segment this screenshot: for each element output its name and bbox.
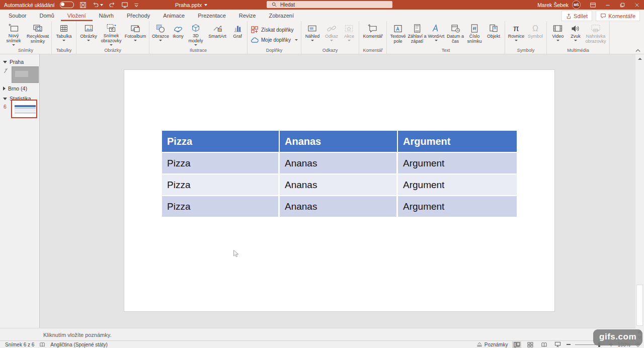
dropdown-chevron-icon — [311, 40, 314, 41]
proofing-icon[interactable] — [39, 342, 45, 347]
section-brno[interactable]: Brno (4) — [3, 85, 27, 92]
tab-prechody[interactable]: Přechody — [120, 10, 156, 21]
table-cell[interactable]: Ananas — [280, 173, 398, 195]
zoom-preview-button[interactable]: Náhled — [303, 21, 322, 45]
section-praha[interactable]: Praha — [3, 59, 24, 65]
scroll-up-button[interactable] — [635, 55, 644, 62]
minimize-button[interactable] — [600, 0, 615, 10]
mouse-cursor — [233, 249, 239, 258]
scrollbar-thumb[interactable] — [636, 285, 643, 326]
restore-button[interactable] — [615, 0, 629, 10]
shapes-button[interactable]: Obrazce — [151, 21, 170, 45]
table-header-cell[interactable]: Pizza — [162, 131, 280, 152]
language-indicator[interactable]: Angličtina (Spojené státy) — [50, 342, 107, 347]
autosave-toggle[interactable] — [60, 2, 74, 8]
normal-view-button[interactable] — [512, 341, 521, 348]
get-addins-button[interactable]: Získat doplňky — [249, 25, 295, 34]
reuse-slides-button[interactable]: Recyklovat snímky — [26, 21, 50, 45]
undo-dropdown-icon — [100, 4, 103, 6]
slide-thumbnail-praha[interactable] — [12, 66, 39, 83]
table-cell[interactable]: Argument — [398, 173, 517, 195]
my-addins-button[interactable]: Moje doplňky — [249, 36, 299, 44]
table-cell[interactable]: Argument — [398, 152, 517, 173]
table-cell[interactable]: Argument — [398, 195, 517, 217]
pictures-button[interactable]: Obrázky — [78, 21, 99, 45]
tab-soubor[interactable]: Soubor — [2, 10, 33, 21]
chart-button[interactable]: Graf — [229, 21, 246, 45]
table-cell[interactable]: Pizza — [162, 195, 280, 217]
table-header-cell[interactable]: Argument — [398, 131, 517, 152]
date-time-button[interactable]: Datum a čas — [446, 21, 465, 45]
dropdown-chevron-icon — [194, 44, 197, 46]
object-button[interactable]: Objekt — [484, 21, 503, 45]
header-footer-button[interactable]: Záhlaví a zápatí — [408, 21, 427, 45]
slide-number-button[interactable]: Číslo snímku — [465, 21, 484, 45]
group-label-text: Text — [388, 48, 503, 54]
video-button[interactable]: Video — [548, 21, 568, 45]
notes-toggle-button[interactable]: Poznámky — [476, 342, 508, 347]
tab-animace[interactable]: Animace — [156, 10, 191, 21]
audio-button[interactable]: Zvuk — [568, 21, 584, 45]
icons-button[interactable]: Ikony — [170, 21, 186, 45]
dropdown-chevron-icon — [110, 44, 113, 46]
undo-button[interactable] — [92, 2, 103, 8]
tab-domu[interactable]: Domů — [33, 10, 60, 21]
table-icon — [59, 23, 69, 34]
zoom-out-button[interactable] — [567, 344, 571, 345]
table-cell[interactable]: Ananas — [280, 152, 398, 173]
table-header-cell[interactable]: Ananas — [280, 131, 398, 152]
group-label-tables: Tabulky — [53, 48, 74, 54]
customize-qat-button[interactable] — [134, 3, 139, 8]
document-title[interactable]: Praha.pptx — [175, 2, 207, 8]
new-slide-button[interactable]: Nový snímek — [2, 21, 26, 45]
table-cell[interactable]: Pizza — [162, 152, 280, 173]
tab-prezentace[interactable]: Prezentace — [191, 10, 232, 21]
avatar[interactable]: MŠ — [572, 1, 581, 9]
table-cell[interactable]: Pizza — [162, 173, 280, 195]
redo-button[interactable] — [109, 2, 116, 8]
collapse-ribbon-button[interactable] — [635, 49, 640, 52]
share-button[interactable]: Sdílet — [561, 11, 592, 21]
tab-vlozeni[interactable]: Vložení — [61, 10, 93, 21]
slide-number-icon — [470, 23, 479, 34]
3d-models-button[interactable]: 3D modely — [186, 21, 205, 45]
new-comment-button[interactable]: Komentář — [361, 21, 385, 45]
equation-button[interactable]: π Rovnice — [507, 21, 526, 45]
comments-button[interactable]: Komentáře — [596, 11, 640, 21]
slide-thumbnail-6-selected[interactable] — [11, 100, 37, 118]
photo-album-button[interactable]: Fotoalbum — [123, 21, 147, 45]
wordart-button[interactable]: WordArt — [427, 21, 446, 45]
tab-zobrazeni[interactable]: Zobrazení — [262, 10, 300, 21]
slide-6-canvas[interactable]: Pizza Ananas Argument Pizza Ananas Argum… — [124, 70, 554, 311]
shapes-icon — [155, 23, 166, 34]
share-icon — [566, 13, 572, 19]
dropdown-chevron-icon — [159, 40, 162, 41]
save-button[interactable] — [79, 2, 87, 9]
search-icon — [272, 2, 277, 7]
video-icon — [552, 23, 563, 34]
vertical-scrollbar[interactable] — [635, 54, 644, 328]
smartart-button[interactable]: SmartArt — [205, 21, 229, 45]
reading-view-button[interactable] — [539, 341, 548, 348]
user-name[interactable]: Marek Šebek — [537, 2, 569, 8]
section-collapsed-icon — [3, 86, 6, 91]
dropdown-chevron-icon — [348, 40, 351, 41]
group-label-comment: Komentář — [361, 48, 385, 54]
tab-revize[interactable]: Revize — [232, 10, 263, 21]
tab-navrh[interactable]: Návrh — [93, 10, 120, 21]
ribbon-display-options-button[interactable] — [586, 0, 600, 10]
close-button[interactable] — [629, 0, 644, 10]
slide-sorter-view-button[interactable] — [526, 341, 535, 348]
slideshow-view-button[interactable] — [553, 341, 562, 348]
start-presentation-button[interactable] — [121, 2, 128, 9]
notes-toggle-icon — [476, 342, 482, 347]
chart-icon — [232, 23, 243, 34]
notes-pane[interactable]: Kliknutím vložíte poznámky. — [0, 328, 635, 341]
screenshot-button[interactable]: Snímek obrazovky — [99, 21, 123, 45]
text-box-button[interactable]: Textové pole — [388, 21, 408, 45]
slide-indicator[interactable]: Snímek 6 z 6 — [5, 342, 34, 347]
table-cell[interactable]: Ananas — [280, 195, 398, 217]
table-button[interactable]: Tabulka — [53, 21, 74, 45]
search-box[interactable]: Hledat — [267, 1, 392, 8]
dropdown-chevron-icon — [556, 40, 559, 41]
